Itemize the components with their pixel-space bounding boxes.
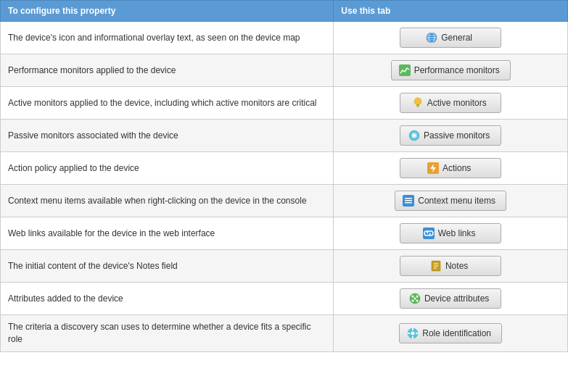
tab-button-notes[interactable]: Notes: [400, 256, 501, 276]
table-row: The device's icon and informational over…: [1, 22, 568, 54]
tab-button-label: Web links: [438, 228, 476, 238]
tab-button-label: Passive monitors: [424, 130, 490, 141]
menu-icon: [403, 195, 414, 207]
tab-button-actions[interactable]: Actions: [400, 158, 501, 178]
table-row: Active monitors applied to the device, i…: [1, 87, 568, 120]
lightning-icon: [427, 162, 439, 174]
config-table: To configure this property Use this tab …: [0, 0, 568, 352]
tab-button-label: Actions: [443, 163, 471, 173]
property-description: Performance monitors applied to the devi…: [1, 54, 334, 87]
col2-header: Use this tab: [334, 1, 568, 22]
svg-rect-17: [405, 202, 412, 204]
globe-icon: [426, 32, 437, 43]
svg-point-27: [416, 300, 418, 302]
tab-button-role-identification[interactable]: Role identification: [399, 323, 502, 343]
tab-cell: Web links: [334, 217, 568, 250]
table-row: Performance monitors applied to the devi…: [1, 54, 568, 87]
col1-header: To configure this property: [1, 1, 334, 22]
note-icon: [430, 260, 442, 272]
tab-button-label: Notes: [445, 261, 468, 271]
table-row: Context menu items available when right-…: [1, 185, 568, 217]
property-description: Action policy applied to the device: [1, 152, 334, 185]
svg-rect-16: [405, 200, 412, 201]
chart-icon: [399, 64, 411, 76]
table-row: Passive monitors associated with the dev…: [1, 120, 568, 152]
property-description: Web links available for the device in th…: [1, 217, 334, 250]
svg-point-24: [411, 296, 413, 298]
tab-button-label: Role identification: [422, 328, 491, 338]
bulb-icon: [412, 97, 424, 109]
tab-button-label: Performance monitors: [414, 65, 500, 75]
svg-rect-5: [399, 64, 411, 76]
property-description: The criteria a discovery scan uses to de…: [1, 315, 334, 352]
property-description: Attributes added to the device: [1, 283, 334, 315]
tab-cell: Passive monitors: [334, 120, 568, 152]
table-row: Action policy applied to the deviceActio…: [1, 152, 568, 185]
tab-cell: Context menu items: [334, 185, 568, 217]
svg-rect-31: [412, 328, 413, 330]
tab-button-web-links[interactable]: Web links: [400, 223, 501, 243]
svg-rect-33: [408, 333, 410, 334]
tab-button-label: General: [441, 33, 472, 43]
grid-icon: [409, 293, 421, 304]
svg-rect-8: [416, 106, 419, 107]
link-icon: [423, 228, 435, 239]
svg-point-26: [411, 300, 413, 302]
tab-button-context-menu-items[interactable]: Context menu items: [395, 191, 506, 211]
svg-point-6: [414, 98, 421, 105]
svg-rect-34: [416, 333, 418, 334]
tab-cell: General: [334, 22, 568, 54]
tab-button-active-monitors[interactable]: Active monitors: [400, 93, 501, 113]
tab-cell: Device attributes: [334, 283, 568, 315]
tab-button-passive-monitors[interactable]: Passive monitors: [400, 125, 501, 146]
property-description: Active monitors applied to the device, i…: [1, 87, 334, 120]
tab-button-performance-monitors[interactable]: Performance monitors: [391, 60, 511, 80]
tab-button-general[interactable]: General: [400, 28, 501, 48]
tab-cell: Actions: [334, 152, 568, 185]
property-description: The device's icon and informational over…: [1, 22, 334, 54]
tab-button-label: Device attributes: [424, 293, 489, 304]
svg-rect-15: [405, 198, 412, 199]
tab-cell: Notes: [334, 250, 568, 283]
svg-point-28: [413, 298, 416, 300]
tab-cell: Active monitors: [334, 87, 568, 120]
tab-cell: Role identification: [334, 315, 568, 352]
tab-cell: Performance monitors: [334, 54, 568, 87]
gear-icon: [407, 328, 419, 339]
table-row: The initial content of the device's Note…: [1, 250, 568, 283]
tab-button-device-attributes[interactable]: Device attributes: [400, 288, 501, 309]
svg-rect-7: [416, 104, 419, 106]
tab-button-label: Context menu items: [418, 196, 495, 206]
table-row: Web links available for the device in th…: [1, 217, 568, 250]
svg-point-25: [416, 296, 418, 298]
circle-icon: [408, 130, 420, 141]
svg-rect-32: [412, 336, 413, 338]
svg-point-11: [413, 134, 416, 137]
property-description: Context menu items available when right-…: [1, 185, 334, 217]
tab-button-label: Active monitors: [427, 98, 487, 108]
table-row: The criteria a discovery scan uses to de…: [1, 315, 568, 352]
property-description: The initial content of the device's Note…: [1, 250, 334, 283]
table-row: Attributes added to the deviceDevice att…: [1, 283, 568, 315]
property-description: Passive monitors associated with the dev…: [1, 120, 334, 152]
svg-point-30: [411, 331, 415, 335]
